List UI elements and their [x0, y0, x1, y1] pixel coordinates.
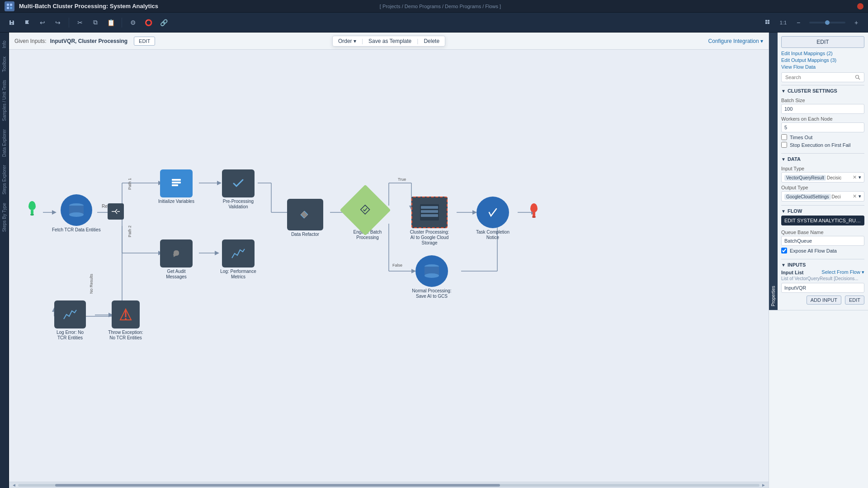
sidebar-tab-toolbox[interactable]: Toolbox: [1, 53, 8, 75]
breadcrumb: [ Projects / Demo Programs / Demo Progra…: [380, 4, 501, 9]
cluster-settings-header[interactable]: ▼ CLUSTER SETTINGS: [781, 85, 864, 95]
throw-exception-node[interactable]: Throw Exception: No TCR Entities: [108, 300, 144, 341]
toolbar: ↩ ↪ ✂ ⧉ 📋 ⚙ ⭕ 🔗 1:1 − +: [0, 13, 868, 33]
stop-execution-checkbox-row: Stop Execution on First Fail: [781, 142, 864, 148]
svg-rect-2: [7, 7, 9, 9]
link-button[interactable]: 🔗: [157, 16, 170, 29]
sidebar-tab-steps-explorer[interactable]: Steps Explorer: [1, 161, 8, 198]
canvas-edit-button[interactable]: EDIT: [134, 37, 155, 46]
right-edit-button[interactable]: EDIT: [781, 36, 864, 48]
sidebar-tab-info[interactable]: Info: [1, 37, 8, 52]
svg-point-55: [69, 212, 84, 217]
titlebar: Multi-Batch Cluster Processing: System A…: [0, 0, 868, 13]
edit-flow-button[interactable]: EDIT SYSTEM ANALYTICS_RUN ...: [781, 216, 864, 225]
svg-rect-57: [172, 179, 181, 181]
svg-rect-0: [7, 4, 9, 6]
view-flow-data-link[interactable]: View Flow Data: [781, 64, 864, 70]
pre-processing-node[interactable]: Pre-Processing Validation: [218, 169, 259, 210]
inputs-edit-button[interactable]: EDIT: [845, 296, 864, 305]
redo-button[interactable]: ↪: [52, 16, 64, 29]
sidebar-tab-samples[interactable]: Samples / Unit Tests: [1, 76, 8, 125]
zoom-in-button[interactable]: +: [850, 16, 863, 29]
select-from-flow-link[interactable]: Select From Flow ▾: [821, 269, 864, 275]
horizontal-scrollbar[interactable]: [18, 484, 760, 487]
fetch-tcr-node[interactable]: Fetch TCR Data Entities: [52, 194, 101, 233]
batch-size-input[interactable]: [781, 104, 864, 114]
svg-rect-65: [421, 206, 438, 209]
end-node[interactable]: [530, 203, 538, 216]
cluster-settings-content: Batch Size Workers on Each Node Times Ou…: [781, 98, 864, 151]
svg-rect-68: [486, 205, 500, 220]
flow-section-content: EDIT SYSTEM ANALYTICS_RUN ... Queue Base…: [781, 216, 864, 257]
svg-text:Path 2: Path 2: [127, 225, 132, 237]
left-sidebar: Info Toolbox Samples / Unit Tests Data E…: [0, 33, 9, 488]
workers-input[interactable]: [781, 122, 864, 132]
cut-button[interactable]: ✂: [74, 16, 86, 29]
data-refactor-node[interactable]: Data Refactor: [287, 199, 323, 237]
add-edit-row: ADD INPUT EDIT: [781, 296, 864, 305]
flag-button[interactable]: [21, 16, 33, 29]
configure-integration-link[interactable]: Configure Integration ▾: [708, 38, 763, 44]
search-input[interactable]: [785, 75, 855, 80]
close-button[interactable]: [857, 3, 863, 9]
toolbar-separator-2: [122, 18, 122, 28]
log-error-node[interactable]: Log Error: No TCR Entities: [52, 300, 88, 341]
input-type-clear[interactable]: ✕: [853, 174, 857, 180]
copy-button[interactable]: ⧉: [89, 16, 102, 29]
input-type-select[interactable]: VectorQueryResultDecisic ✕▾: [781, 172, 864, 183]
svg-point-71: [425, 273, 439, 278]
data-section-header[interactable]: ▼ DATA: [781, 153, 864, 164]
properties-tab[interactable]: Properties: [769, 33, 778, 310]
canvas-header: Given Inputs: InputVQR, Cluster Processi…: [9, 33, 769, 50]
save-as-template-item[interactable]: Save as Template: [368, 38, 411, 44]
stop-execution-checkbox[interactable]: [781, 142, 787, 148]
svg-text:False: False: [392, 263, 402, 267]
edit-output-mappings-link[interactable]: Edit Output Mappings (3): [781, 57, 864, 63]
splitter-node[interactable]: [108, 203, 124, 220]
run-button[interactable]: ⭕: [142, 16, 155, 29]
inputs-section-header[interactable]: ▼ INPUTS: [781, 259, 864, 269]
svg-rect-66: [421, 210, 438, 213]
audit-messages-node[interactable]: Get Audit Messages: [158, 239, 194, 280]
flow-arrows: Results Path 1 Path 2 No Results True Fa…: [9, 50, 769, 482]
edit-input-mappings-link[interactable]: Edit Input Mappings (2): [781, 51, 864, 56]
sidebar-tab-data-explorer[interactable]: Data Explorer: [1, 126, 8, 160]
output-type-select[interactable]: GoogleCloudSettingsDeci ✕▾: [781, 191, 864, 202]
grid-view-button[interactable]: [762, 16, 774, 29]
svg-text:Path 1: Path 1: [127, 178, 132, 190]
svg-text:No Results: No Results: [89, 273, 94, 294]
undo-button[interactable]: ↩: [36, 16, 49, 29]
settings-button[interactable]: ⚙: [127, 16, 139, 29]
search-field[interactable]: [781, 72, 864, 82]
initialize-variables-node[interactable]: Initialize Variables: [158, 169, 194, 204]
task-completion-node[interactable]: Task Completion Notice: [472, 197, 513, 240]
order-menu-item[interactable]: Order ▾: [338, 38, 356, 44]
svg-rect-58: [172, 182, 181, 183]
cluster-processing-node[interactable]: Cluster Processing: AI to Google Cloud S…: [409, 197, 450, 246]
queue-base-name-input[interactable]: [781, 236, 864, 246]
engage-batch-node[interactable]: Engage Batch Processing: [347, 192, 388, 240]
canvas-scrollbar[interactable]: ◄ ►: [9, 482, 769, 488]
right-panel: Properties EDIT Edit Input Mappings (2) …: [769, 33, 868, 488]
add-input-button[interactable]: ADD INPUT: [807, 296, 841, 305]
times-out-checkbox[interactable]: [781, 134, 787, 140]
normal-processing-node[interactable]: Normal Processing: Save AI to GCS: [411, 255, 452, 299]
sidebar-tab-steps-by-type[interactable]: Steps By Type: [1, 199, 8, 235]
performance-metrics-node[interactable]: Log: Performance Metrics: [218, 239, 259, 280]
paste-button[interactable]: 📋: [104, 16, 117, 29]
flow-section-header[interactable]: ▼ FLOW: [781, 205, 864, 216]
delete-menu-item[interactable]: Delete: [424, 38, 439, 44]
svg-rect-67: [421, 214, 438, 217]
zoom-out-button[interactable]: −: [792, 16, 805, 29]
inputs-section-content: Input List Select From Flow ▾ List of Ve…: [781, 269, 864, 306]
header-menu: Order ▾ | Save as Template | Delete: [332, 36, 445, 47]
expose-all-checkbox[interactable]: [781, 248, 787, 253]
input-vqr-field[interactable]: [781, 283, 864, 293]
svg-rect-59: [172, 184, 178, 186]
svg-rect-6: [765, 22, 767, 24]
start-node[interactable]: [28, 201, 36, 214]
output-type-clear[interactable]: ✕: [853, 193, 857, 199]
save-button[interactable]: [5, 16, 18, 29]
zoom-slider[interactable]: [809, 22, 845, 23]
flow-canvas[interactable]: Results Path 1 Path 2 No Results True Fa…: [9, 50, 769, 482]
